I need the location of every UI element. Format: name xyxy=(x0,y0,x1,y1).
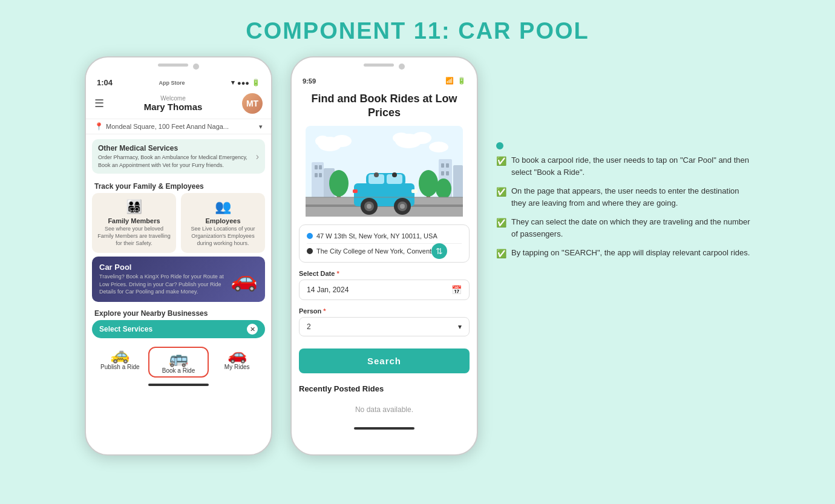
location-bar[interactable]: 📍 Mondeal Square, 100 Feet Anand Naga...… xyxy=(86,119,271,134)
svg-point-5 xyxy=(412,132,431,144)
employees-title: Employees xyxy=(186,217,260,224)
svg-rect-15 xyxy=(441,163,444,168)
no-data-text: No data available. xyxy=(292,396,477,424)
phone-top-bar xyxy=(86,57,271,72)
status-bar-2: 9:59 📶 🔋 xyxy=(292,72,477,87)
date-required-marker: * xyxy=(336,270,339,277)
phone1-header: ☰ Welcome Mary Thomas MT xyxy=(86,90,271,119)
date-input[interactable]: 14 Jan, 2024 📅 xyxy=(299,280,470,300)
svg-rect-10 xyxy=(319,165,322,169)
phone-mockup-2: 9:59 📶 🔋 Find and Book Rides at Low Pric… xyxy=(290,56,478,456)
p2-time: 9:59 xyxy=(303,77,316,85)
info-text-2: They can select the date on which they a… xyxy=(511,216,750,240)
info-panel: ✅ To book a carpool ride, the user needs… xyxy=(496,56,750,260)
select-services-bar: Select Services ✕ xyxy=(92,320,265,338)
carpool-banner[interactable]: Car Pool Traveling? Book a KingX Pro Rid… xyxy=(92,257,265,302)
book-ride-button[interactable]: 🚌 Book a Ride xyxy=(148,347,209,378)
info-text-3: By tapping on "SEARCH", the app will dis… xyxy=(511,247,750,259)
home-indicator xyxy=(148,384,209,386)
check-icon-0: ✅ xyxy=(496,155,506,168)
employees-desc: See Live Locations of your Organization'… xyxy=(186,226,260,247)
person-label: Person * xyxy=(299,307,470,315)
svg-rect-9 xyxy=(315,165,318,169)
svg-point-3 xyxy=(315,136,330,146)
welcome-text: Welcome xyxy=(104,95,242,102)
home-indicator-2 xyxy=(354,427,414,430)
publish-ride-button[interactable]: 🚕 Publish a Ride xyxy=(92,347,148,378)
info-item-0: ✅ To book a carpool ride, the user needs… xyxy=(496,154,750,178)
location-inputs-wrap: 47 W 13th St, New York, NY 10011, USA Th… xyxy=(292,224,477,263)
my-rides-label: My Rides xyxy=(209,364,265,370)
date-section: Select Date * 14 Jan, 2024 📅 xyxy=(292,267,477,305)
svg-point-2 xyxy=(332,135,352,147)
svg-point-32 xyxy=(374,172,379,177)
search-button[interactable]: Search xyxy=(299,349,470,373)
carpool-title: Car Pool xyxy=(99,263,231,272)
to-location-row[interactable]: The City College of New York, Convent Av… xyxy=(307,245,462,257)
medical-desc: Order Pharmacy, Book an Ambulance for Me… xyxy=(98,154,256,169)
hamburger-icon[interactable]: ☰ xyxy=(94,97,104,110)
close-button[interactable]: ✕ xyxy=(247,324,258,335)
svg-point-25 xyxy=(436,178,451,199)
info-item-1: ✅ On the page that appears, the user nee… xyxy=(496,185,750,209)
carpool-car-icon: 🚗 xyxy=(231,267,258,292)
location-inputs: 47 W 13th St, New York, NY 10011, USA Th… xyxy=(299,224,470,263)
from-location-row[interactable]: 47 W 13th St, New York, NY 10011, USA xyxy=(307,230,462,242)
date-value: 14 Jan, 2024 xyxy=(307,286,349,294)
search-section: Search xyxy=(292,342,477,379)
nearby-label: Explore your Nearby Businesses xyxy=(86,306,271,320)
svg-rect-41 xyxy=(353,189,358,193)
time-display: 1:04 xyxy=(97,78,113,87)
svg-point-39 xyxy=(400,204,405,209)
svg-rect-11 xyxy=(315,173,318,177)
carpool-text: Car Pool Traveling? Book a KingX Pro Rid… xyxy=(99,263,231,296)
select-services-text: Select Services xyxy=(99,325,152,333)
chevron-down-icon: ▾ xyxy=(458,322,462,331)
location-text: Mondeal Square, 100 Feet Anand Naga... xyxy=(106,123,257,130)
info-text-1: On the page that appears, the user needs… xyxy=(511,185,750,209)
phone2-top-bar xyxy=(292,57,477,72)
medical-banner[interactable]: Other Medical Services Order Pharmacy, B… xyxy=(92,139,265,174)
medical-content: Other Medical Services Order Pharmacy, B… xyxy=(98,144,256,169)
track-card-family[interactable]: 👨‍👩‍👧‍👦 Family Members See where your be… xyxy=(92,193,176,253)
my-rides-button[interactable]: 🚗 My Rides xyxy=(209,347,265,378)
welcome-block: Welcome Mary Thomas xyxy=(104,95,242,112)
from-location-text: 47 W 13th St, New York, NY 10011, USA xyxy=(316,232,437,240)
publish-ride-label: Publish a Ride xyxy=(92,364,148,370)
hero-text: Find and Book Rides at Low Prices xyxy=(292,87,477,123)
to-dot-icon xyxy=(307,248,313,254)
from-dot-icon xyxy=(307,233,313,239)
chevron-down-icon: ▾ xyxy=(259,123,263,131)
connector-area xyxy=(496,141,750,149)
family-icon: 👨‍👩‍👧‍👦 xyxy=(97,199,171,215)
user-name: Mary Thomas xyxy=(104,102,242,112)
calendar-icon: 📅 xyxy=(451,285,462,295)
signal-icon-1: ●●● xyxy=(237,79,249,87)
phone2-camera xyxy=(399,64,405,70)
car-illustration-svg xyxy=(306,126,463,217)
swap-button[interactable]: ⇅ xyxy=(431,243,447,259)
wifi-icon-1: ▾ xyxy=(231,79,235,87)
svg-point-21 xyxy=(329,170,349,197)
info-item-2: ✅ They can select the date on which they… xyxy=(496,216,750,240)
track-grid: 👨‍👩‍👧‍👦 Family Members See where your be… xyxy=(86,193,271,253)
svg-rect-18 xyxy=(446,171,449,175)
p2-battery-icon: 🔋 xyxy=(457,77,466,85)
p2-wifi-icon: 📶 xyxy=(445,77,454,85)
family-title: Family Members xyxy=(97,217,171,224)
svg-rect-40 xyxy=(411,189,418,193)
medical-title: Other Medical Services xyxy=(98,144,256,152)
svg-point-6 xyxy=(393,133,410,143)
check-icon-2: ✅ xyxy=(496,217,506,229)
date-label: Select Date * xyxy=(299,270,470,277)
bottom-icons-bar: 🚕 Publish a Ride 🚌 Book a Ride 🚗 My Ride… xyxy=(86,342,271,380)
svg-point-7 xyxy=(429,142,448,152)
status-bar-1: 1:04 App Store ▾ ●●● 🔋 xyxy=(86,72,271,90)
svg-point-36 xyxy=(367,204,372,209)
track-card-employees[interactable]: 👥 Employees See Live Locations of your O… xyxy=(181,193,265,253)
person-dropdown[interactable]: 2 ▾ xyxy=(299,317,470,336)
check-icon-3: ✅ xyxy=(496,247,506,260)
phone-mockup-1: 1:04 App Store ▾ ●●● 🔋 ☰ Welcome Mary Th… xyxy=(85,56,272,456)
book-ride-icon: 🚌 xyxy=(151,350,207,366)
phone-speaker xyxy=(158,64,188,67)
